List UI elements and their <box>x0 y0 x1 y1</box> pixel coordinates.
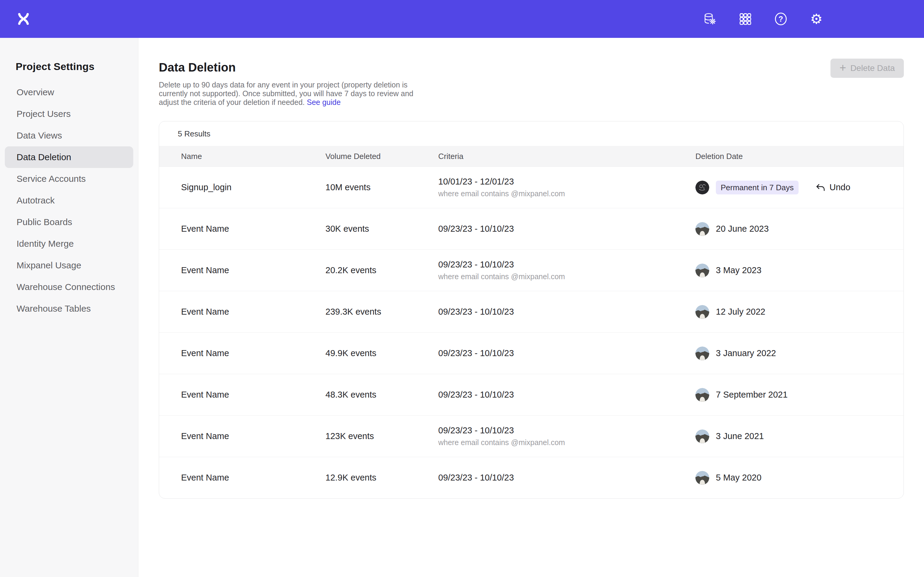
deletion-date: 3 January 2022 <box>716 348 776 358</box>
column-header-volume: Volume Deleted <box>325 152 438 161</box>
svg-text:?: ? <box>779 15 783 23</box>
undo-button[interactable]: Undo <box>816 182 850 193</box>
plus-icon: + <box>840 62 846 73</box>
avatar <box>695 222 709 236</box>
criteria-cell: 09/23/23 - 10/10/23 where email contains… <box>438 259 695 281</box>
column-header-criteria: Criteria <box>438 152 695 161</box>
deletion-table-card: 5 Results Name Volume Deleted Criteria D… <box>159 121 904 498</box>
criteria-cell: 09/23/23 - 10/10/23 <box>438 224 695 234</box>
status-badge: Permanent in 7 Days <box>716 181 799 195</box>
sidebar-item-autotrack[interactable]: Autotrack <box>5 190 133 211</box>
delete-data-button[interactable]: + Delete Data <box>830 59 904 78</box>
main-content: Data Deletion Delete up to 90 days data … <box>139 38 924 577</box>
page-description: Delete up to 90 days data for any event … <box>159 81 436 107</box>
deletion-date: 7 September 2021 <box>716 390 788 400</box>
sidebar-item-data-views[interactable]: Data Views <box>5 125 133 147</box>
deletion-date-cell: 5 May 2020 <box>695 471 903 485</box>
settings-sidebar: Project Settings Overview Project Users … <box>0 38 138 577</box>
deletion-date: 3 May 2023 <box>716 265 762 275</box>
avatar <box>695 347 709 360</box>
table-row: Event Name 239.3K events 09/23/23 - 10/1… <box>159 291 903 332</box>
volume-cell: 10M events <box>325 182 438 192</box>
avatar <box>695 471 709 485</box>
sidebar-item-mixpanel-usage[interactable]: Mixpanel Usage <box>5 255 133 276</box>
event-name-cell: Event Name <box>181 473 325 483</box>
deletion-date-cell: 3 May 2023 <box>695 264 903 277</box>
criteria-cell: 10/01/23 - 12/01/23 where email contains… <box>438 177 695 198</box>
event-name-cell: Event Name <box>181 390 325 400</box>
avatar <box>695 388 709 402</box>
criteria-subtext: where email contains @mixpanel.com <box>438 438 695 447</box>
criteria-subtext: where email contains @mixpanel.com <box>438 189 695 198</box>
column-header-name: Name <box>181 152 325 161</box>
data-pipeline-settings-icon[interactable] <box>703 12 716 26</box>
avatar <box>695 305 709 319</box>
sidebar-nav: Overview Project Users Data Views Data D… <box>0 81 138 319</box>
top-navigation-bar: ? ⚙ <box>0 0 924 38</box>
event-name-cell: Event Name <box>181 431 325 441</box>
sidebar-title: Project Settings <box>16 60 138 73</box>
event-name-cell: Event Name <box>181 265 325 275</box>
topbar-icon-group: ? ⚙ <box>703 12 823 26</box>
table-row: Event Name 49.9K events 09/23/23 - 10/10… <box>159 332 903 374</box>
event-name-cell: Event Name <box>181 307 325 317</box>
sidebar-item-overview[interactable]: Overview <box>5 81 133 103</box>
table-row: Event Name 12.9K events 09/23/23 - 10/10… <box>159 457 903 498</box>
sidebar-item-public-boards[interactable]: Public Boards <box>5 211 133 233</box>
criteria-cell: 09/23/23 - 10/10/23 <box>438 473 695 483</box>
avatar <box>695 429 709 443</box>
undo-icon <box>816 182 825 193</box>
criteria-cell: 09/23/23 - 10/10/23 <box>438 390 695 400</box>
page-title: Data Deletion <box>159 60 904 74</box>
deletion-date-cell: 7 September 2021 <box>695 388 903 402</box>
deletion-date: 5 May 2020 <box>716 473 762 483</box>
sidebar-item-warehouse-tables[interactable]: Warehouse Tables <box>5 298 133 319</box>
volume-cell: 48.3K events <box>325 390 438 400</box>
volume-cell: 239.3K events <box>325 307 438 317</box>
deletion-date-cell: Permanent in 7 Days Undo <box>695 181 903 195</box>
sidebar-item-service-accounts[interactable]: Service Accounts <box>5 168 133 190</box>
deletion-date-cell: 12 July 2022 <box>695 305 903 319</box>
deletion-date: 20 June 2023 <box>716 224 769 234</box>
table-row: Event Name 20.2K events 09/23/23 - 10/10… <box>159 250 903 291</box>
avatar <box>695 264 709 277</box>
deletion-date-cell: 3 January 2022 <box>695 347 903 360</box>
table-row: Signup_login 10M events 10/01/23 - 12/01… <box>159 166 903 208</box>
sidebar-item-project-users[interactable]: Project Users <box>5 103 133 125</box>
deletion-date-cell: 3 June 2021 <box>695 429 903 443</box>
volume-cell: 123K events <box>325 431 438 441</box>
table-row: Event Name 30K events 09/23/23 - 10/10/2… <box>159 208 903 250</box>
criteria-cell: 09/23/23 - 10/10/23 <box>438 307 695 317</box>
event-name-cell: Event Name <box>181 224 325 234</box>
deletion-date-cell: 20 June 2023 <box>695 222 903 236</box>
table-row: Event Name 48.3K events 09/23/23 - 10/10… <box>159 374 903 415</box>
event-name-cell: Signup_login <box>181 182 325 192</box>
settings-gear-icon[interactable]: ⚙ <box>810 12 823 26</box>
volume-cell: 49.9K events <box>325 348 438 358</box>
table-row: Event Name 123K events 09/23/23 - 10/10/… <box>159 415 903 457</box>
help-icon[interactable]: ? <box>774 12 787 26</box>
volume-cell: 12.9K events <box>325 473 438 483</box>
column-header-deletion-date: Deletion Date <box>695 152 903 161</box>
volume-cell: 20.2K events <box>325 265 438 275</box>
mixpanel-logo-icon[interactable] <box>17 12 30 26</box>
avatar <box>695 181 709 195</box>
results-count: 5 Results <box>159 121 903 146</box>
apps-grid-icon[interactable] <box>739 12 752 26</box>
deletion-date: 3 June 2021 <box>716 431 764 441</box>
see-guide-link[interactable]: See guide <box>307 98 341 106</box>
sidebar-item-identity-merge[interactable]: Identity Merge <box>5 233 133 255</box>
deletion-date: 12 July 2022 <box>716 307 765 317</box>
criteria-subtext: where email contains @mixpanel.com <box>438 272 695 281</box>
sidebar-item-data-deletion[interactable]: Data Deletion <box>5 147 133 168</box>
criteria-cell: 09/23/23 - 10/10/23 where email contains… <box>438 425 695 447</box>
table-header-row: Name Volume Deleted Criteria Deletion Da… <box>159 146 903 166</box>
event-name-cell: Event Name <box>181 348 325 358</box>
sidebar-item-warehouse-connections[interactable]: Warehouse Connections <box>5 276 133 298</box>
volume-cell: 30K events <box>325 224 438 234</box>
criteria-cell: 09/23/23 - 10/10/23 <box>438 348 695 358</box>
